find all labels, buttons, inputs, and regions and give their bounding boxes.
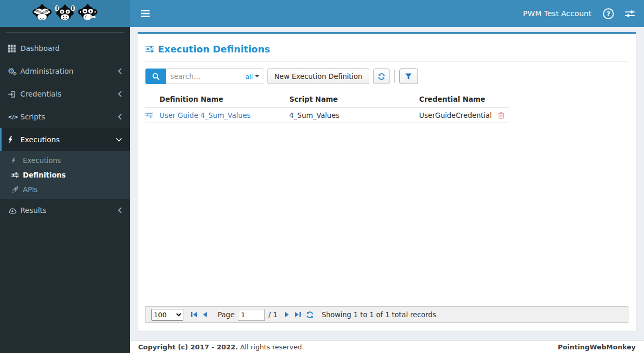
toolbar: all New Execution Definition <box>145 69 628 84</box>
gears-icon: ⚙⚙ <box>8 67 20 75</box>
sidebar-item-administration[interactable]: ⚙⚙ Administration <box>0 60 130 83</box>
submenu-item-label: Definitions <box>23 171 66 179</box>
bolt-icon <box>8 136 20 143</box>
refresh-icon <box>378 73 385 80</box>
rocket-icon <box>11 186 23 193</box>
sidebar-item-results[interactable]: Results <box>0 199 130 222</box>
sidebar-divider <box>6 32 124 33</box>
sidebar-item-label: Results <box>20 206 118 214</box>
cloud-download-icon <box>8 207 20 214</box>
trash-icon[interactable] <box>498 112 504 119</box>
prev-page-icon[interactable] <box>202 311 207 318</box>
top-navbar: PWM Test Account ? <box>130 0 644 27</box>
sidebar-item-dashboard[interactable]: Dashboard <box>0 37 130 60</box>
column-header-credential-name[interactable]: Credential Name <box>419 95 493 103</box>
sidebar-item-label: Administration <box>20 67 118 75</box>
refresh-icon[interactable] <box>306 311 314 319</box>
credential-name-cell: UserGuideCredential <box>419 111 493 119</box>
logo-monkeys[interactable] <box>0 0 130 27</box>
pagination-bar: 100 Page / 1 <box>145 306 628 323</box>
page-size-select[interactable]: 100 <box>151 309 183 321</box>
submenu-item-definitions[interactable]: Definitions <box>0 168 130 182</box>
sliders-icon <box>145 112 159 118</box>
submenu-item-label: Executions <box>23 156 61 165</box>
sidebar-item-scripts[interactable]: </> Scripts <box>0 105 130 128</box>
monkey-see-no-evil-icon <box>32 3 52 24</box>
account-name[interactable]: PWM Test Account <box>523 9 592 18</box>
executions-submenu: Executions Definitions APIs <box>0 151 130 199</box>
brand-name: PointingWebMonkey <box>558 343 636 351</box>
search-icon <box>152 73 160 80</box>
sliders-icon <box>145 45 154 53</box>
filter-funnel-icon <box>405 73 412 80</box>
script-name-cell: 4_Sum_Values <box>289 111 419 119</box>
help-icon[interactable]: ? <box>603 8 614 19</box>
chevron-down-icon <box>116 138 122 142</box>
main-column: PWM Test Account ? Execution Definitions <box>130 0 644 353</box>
filter-button[interactable] <box>399 69 418 84</box>
last-page-icon[interactable] <box>294 311 301 318</box>
sign-in-icon <box>8 90 20 98</box>
navbar-right: PWM Test Account ? <box>523 8 635 19</box>
sidebar: Dashboard ⚙⚙ Administration Credentials … <box>0 0 130 353</box>
column-header-script-name[interactable]: Script Name <box>289 95 419 103</box>
table-header-row: Definition Name Script Name Credential N… <box>145 91 509 108</box>
monkey-hear-no-evil-icon <box>55 3 75 24</box>
chevron-left-icon <box>118 91 122 97</box>
next-page-icon[interactable] <box>285 311 290 318</box>
monkey-pointing-icon <box>77 3 98 24</box>
first-page-icon[interactable] <box>191 311 197 318</box>
definition-name-link[interactable]: User Guide 4_Sum_Values <box>159 111 250 119</box>
bolt-icon <box>11 157 23 164</box>
toolbar-divider <box>394 70 395 83</box>
app-window: Dashboard ⚙⚙ Administration Credentials … <box>0 0 644 353</box>
sliders-icon <box>11 172 23 178</box>
chevron-left-icon <box>118 68 122 74</box>
chevron-left-icon <box>118 114 122 120</box>
submenu-item-label: APIs <box>23 185 37 194</box>
table-row: User Guide 4_Sum_Values 4_Sum_Values Use… <box>145 108 509 123</box>
refresh-button[interactable] <box>373 69 390 84</box>
copyright-text: Copyright (c) 2017 - 2022. All rights re… <box>138 343 304 351</box>
page-number-input[interactable] <box>238 309 265 321</box>
column-header-definition-name[interactable]: Definition Name <box>159 95 289 103</box>
hamburger-menu-icon[interactable] <box>138 6 153 21</box>
definitions-panel: Execution Definitions all <box>138 32 636 331</box>
content-area: Execution Definitions all <box>130 27 644 340</box>
search-group: all <box>145 69 263 84</box>
caret-down-icon <box>255 75 259 77</box>
sidebar-item-label: Executions <box>20 135 116 144</box>
sidebar-item-credentials[interactable]: Credentials <box>0 83 130 105</box>
settings-sliders-icon[interactable] <box>625 10 635 18</box>
new-execution-definition-button[interactable]: New Execution Definition <box>267 69 369 84</box>
grid-icon <box>8 45 20 52</box>
total-pages: / 1 <box>269 310 277 319</box>
sidebar-item-executions[interactable]: Executions <box>0 128 130 151</box>
chevron-left-icon <box>118 207 122 213</box>
definitions-table: Definition Name Script Name Credential N… <box>145 91 509 123</box>
footer: Copyright (c) 2017 - 2022. All rights re… <box>130 340 644 353</box>
page-label: Page <box>218 310 235 319</box>
submenu-item-executions[interactable]: Executions <box>0 153 130 168</box>
search-box: all <box>166 69 263 84</box>
code-icon: </> <box>8 114 20 120</box>
records-summary: Showing 1 to 1 of 1 total records <box>321 310 436 319</box>
sidebar-item-label: Dashboard <box>20 44 122 52</box>
submenu-item-apis[interactable]: APIs <box>0 182 130 197</box>
page-title: Execution Definitions <box>158 44 270 55</box>
sidebar-item-label: Scripts <box>20 113 118 121</box>
panel-header: Execution Definitions <box>145 40 628 62</box>
sidebar-item-label: Credentials <box>20 90 118 98</box>
search-input[interactable] <box>166 70 245 83</box>
search-button[interactable] <box>145 69 166 84</box>
search-scope-dropdown[interactable]: all <box>245 73 259 80</box>
